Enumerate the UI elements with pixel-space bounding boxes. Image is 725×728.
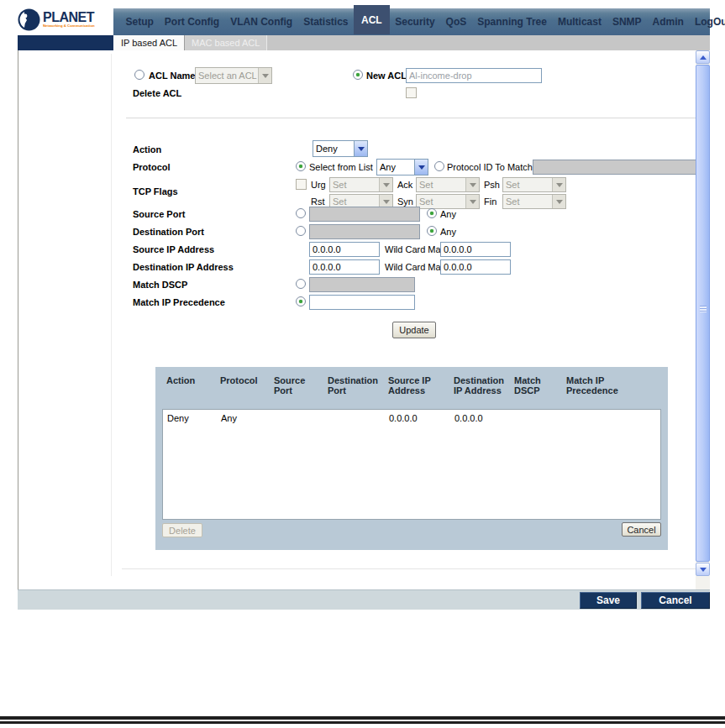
nav-left-filler: [18, 35, 113, 50]
destination-ip-input[interactable]: [309, 259, 380, 275]
destination-port-label: Destination Port: [133, 227, 204, 237]
source-ip-input[interactable]: [309, 242, 380, 257]
match-ip-precedence-input[interactable]: [309, 295, 415, 310]
nav-item-admin[interactable]: Admin: [647, 16, 689, 28]
flag-fin-select[interactable]: Set: [502, 194, 566, 209]
source-port-label: Source Port: [133, 209, 185, 219]
main-nav: Setup Port Config VLAN Config Statistics…: [113, 8, 710, 35]
chevron-down-icon: [258, 68, 271, 83]
source-wild-card-mask-input[interactable]: [440, 242, 511, 257]
flag-urg-select[interactable]: Set: [329, 177, 393, 192]
nav-item-port-config[interactable]: Port Config: [159, 16, 224, 28]
nav-item-setup[interactable]: Setup: [120, 16, 159, 28]
match-ip-precedence-radio[interactable]: [296, 296, 306, 306]
protocol-id-input[interactable]: [533, 160, 701, 175]
brand-tagline: Networking & Communication: [43, 24, 95, 27]
protocol-select-from-list-radio[interactable]: [296, 161, 306, 171]
col-source-ip: Source IP Address: [388, 375, 454, 395]
nav-item-qos[interactable]: QoS: [440, 16, 472, 28]
separator: [122, 568, 701, 569]
destination-port-any-label: Any: [440, 227, 456, 237]
flag-ack-label: Ack: [397, 180, 412, 190]
acl-table-header: Action Protocol Source Port Destination …: [166, 375, 657, 395]
chevron-down-icon: [552, 195, 565, 208]
acl-name-label: ACL Name: [149, 71, 195, 81]
vertical-scrollbar[interactable]: [696, 50, 710, 589]
destination-port-any-radio[interactable]: [427, 226, 437, 236]
save-config-button[interactable]: Save Config: [580, 592, 637, 609]
chevron-down-icon: [465, 195, 479, 208]
protocol-id-radio[interactable]: [434, 161, 444, 171]
chevron-down-icon: [379, 178, 392, 191]
col-protocol: Protocol: [220, 375, 274, 395]
update-button[interactable]: Update: [392, 322, 436, 338]
col-match-ip-precedence: Match IP Precedence: [566, 375, 642, 395]
delete-acl-label: Delete ACL: [133, 88, 181, 98]
flag-ack-select[interactable]: Set: [416, 177, 480, 192]
match-ip-precedence-label: Match IP Precedence: [133, 297, 225, 307]
nav-item-multicast[interactable]: Multicast: [552, 16, 607, 28]
match-dscp-input[interactable]: [309, 277, 415, 292]
new-acl-name-input[interactable]: [406, 68, 542, 83]
acl-name-radio[interactable]: [134, 70, 144, 80]
chevron-down-icon: [354, 141, 367, 156]
delete-acl-checkbox[interactable]: [406, 87, 417, 98]
acl-name-select[interactable]: Select an ACL: [195, 67, 272, 84]
nav-item-snmp[interactable]: SNMP: [607, 16, 647, 28]
col-action: Action: [166, 375, 220, 395]
chevron-down-icon: [414, 160, 428, 175]
nav-item-logout[interactable]: LogOut: [689, 16, 725, 28]
nav-item-security[interactable]: Security: [390, 16, 440, 28]
acl-rule-row[interactable]: Deny Any 0.0.0.0 0.0.0.0: [167, 413, 658, 423]
col-source-port: Source Port: [274, 375, 328, 395]
match-dscp-radio[interactable]: [296, 279, 306, 289]
source-port-radio[interactable]: [296, 208, 306, 218]
acl-tabstrip: IP based ACL MAC based ACL: [113, 35, 710, 50]
cancel-button[interactable]: Cancel: [622, 522, 661, 537]
source-port-any-radio[interactable]: [427, 208, 437, 218]
nav-item-vlan-config[interactable]: VLAN Config: [225, 16, 298, 28]
acl-rules-panel: Action Protocol Source Port Destination …: [155, 367, 668, 550]
destination-port-input[interactable]: [309, 224, 420, 239]
destination-wild-card-mask-input[interactable]: [440, 259, 511, 275]
action-select[interactable]: Deny: [313, 140, 368, 157]
source-port-input[interactable]: [309, 207, 420, 222]
planet-globe-icon: [18, 8, 40, 31]
scrollbar-thumb[interactable]: [696, 65, 710, 562]
cancel-config-button[interactable]: Cancel Config: [641, 592, 710, 609]
flag-syn-select[interactable]: Set: [416, 194, 480, 209]
col-destination-ip: Destination IP Address: [454, 375, 514, 395]
destination-port-radio[interactable]: [296, 226, 306, 236]
col-destination-port: Destination Port: [328, 375, 388, 395]
destination-ip-label: Destination IP Address: [133, 262, 234, 272]
new-acl-name-radio[interactable]: [353, 70, 363, 80]
tab-mac-based-acl[interactable]: MAC based ACL: [185, 35, 267, 50]
nav-item-spanning-tree[interactable]: Spanning Tree: [472, 16, 553, 28]
window-bottom-edge: [0, 716, 725, 720]
acl-config-page: PLANET Networking & Communication Setup …: [0, 0, 725, 728]
protocol-list-select[interactable]: Any: [376, 159, 428, 175]
source-ip-label: Source IP Address: [133, 244, 214, 254]
action-label: Action: [133, 144, 161, 155]
window-bottom-edge: [0, 721, 725, 724]
chevron-down-icon: [552, 178, 565, 191]
select-from-list-label: Select from List: [309, 162, 373, 172]
separator: [126, 118, 704, 118]
tcp-flags-checkbox[interactable]: [296, 179, 307, 190]
protocol-label: Protocol: [133, 162, 171, 172]
acl-rules-list[interactable]: Deny Any 0.0.0.0 0.0.0.0: [162, 409, 661, 520]
protocol-id-label: Protocol ID To Match: [447, 162, 533, 172]
scroll-down-button[interactable]: [696, 563, 710, 576]
scroll-up-button[interactable]: [696, 50, 710, 64]
tcp-flags-label: TCP Flags: [133, 186, 178, 196]
delete-button[interactable]: Delete: [162, 523, 202, 537]
brand-name: PLANET: [43, 11, 115, 24]
flag-rst-label: Rst: [311, 196, 325, 207]
tab-ip-based-acl[interactable]: IP based ACL: [113, 35, 185, 50]
flag-psh-label: Psh: [484, 180, 500, 190]
flag-fin-label: Fin: [484, 196, 496, 207]
flag-psh-select[interactable]: Set: [502, 177, 566, 192]
nav-item-statistics[interactable]: Statistics: [298, 16, 354, 28]
scrollbar-grip: [700, 306, 707, 312]
nav-item-acl[interactable]: ACL: [354, 5, 390, 34]
